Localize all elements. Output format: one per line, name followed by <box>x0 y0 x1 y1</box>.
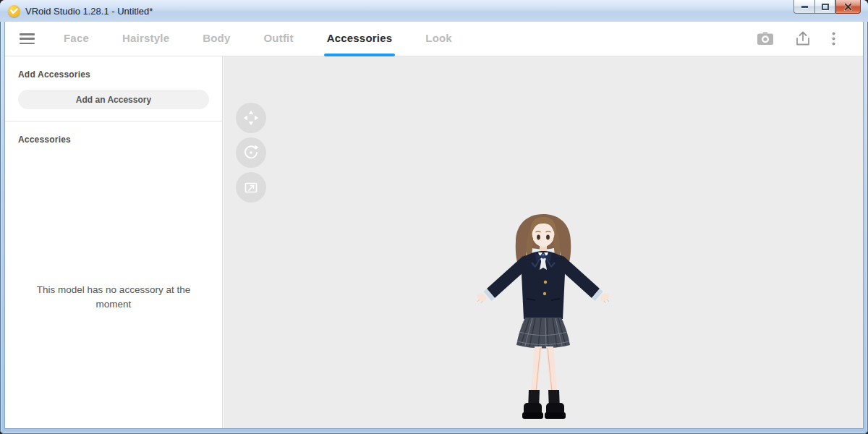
camera-button[interactable] <box>757 32 774 46</box>
tab-look[interactable]: Look <box>425 22 452 56</box>
main-nav: Face Hairstyle Body Outfit Accessories L… <box>5 22 863 56</box>
scale-icon <box>242 179 260 196</box>
vroid-logo-icon <box>8 5 20 17</box>
minimize-icon <box>801 6 808 8</box>
app-window: VRoid Studio 1.28.1 - Untitled* Face Hai… <box>0 0 868 434</box>
tab-outfit[interactable]: Outfit <box>263 22 293 56</box>
export-button[interactable] <box>796 31 810 46</box>
add-accessories-heading: Add Accessories <box>18 69 222 80</box>
move-icon <box>242 109 260 127</box>
window-title: VRoid Studio 1.28.1 - Untitled* <box>25 6 153 17</box>
rotate-tool-button[interactable] <box>236 137 266 168</box>
tab-bar: Face Hairstyle Body Outfit Accessories L… <box>64 22 452 56</box>
hamburger-menu-icon[interactable] <box>20 33 35 44</box>
sidebar-divider <box>5 121 222 122</box>
scale-tool-button[interactable] <box>236 172 266 203</box>
empty-accessories-message: This model has no accessory at the momen… <box>20 283 208 312</box>
title-bar[interactable]: VRoid Studio 1.28.1 - Untitled* <box>0 0 868 22</box>
close-button[interactable] <box>835 0 861 14</box>
rotate-icon <box>242 144 260 161</box>
maximize-button[interactable] <box>814 0 835 14</box>
nav-actions <box>757 31 835 46</box>
character-model <box>475 212 612 423</box>
accessories-sidebar: Add Accessories Add an Accessory Accesso… <box>5 56 223 428</box>
window-controls <box>793 0 861 14</box>
minimize-button[interactable] <box>793 0 814 14</box>
add-accessory-button[interactable]: Add an Accessory <box>18 90 209 109</box>
camera-icon <box>757 32 774 46</box>
move-tool-button[interactable] <box>236 103 266 133</box>
close-icon <box>843 3 853 11</box>
maximize-icon <box>822 4 829 10</box>
accessories-list-heading: Accessories <box>18 135 222 145</box>
tab-hairstyle[interactable]: Hairstyle <box>122 22 169 56</box>
more-menu-button[interactable] <box>832 32 835 46</box>
tab-body[interactable]: Body <box>203 22 230 56</box>
export-icon <box>796 31 810 46</box>
gizmo-toolbar <box>236 103 266 203</box>
kebab-menu-icon <box>832 32 835 46</box>
tab-face[interactable]: Face <box>64 22 89 56</box>
app-surface: Face Hairstyle Body Outfit Accessories L… <box>4 22 864 429</box>
tab-accessories[interactable]: Accessories <box>327 22 393 56</box>
model-viewport[interactable] <box>224 56 863 428</box>
